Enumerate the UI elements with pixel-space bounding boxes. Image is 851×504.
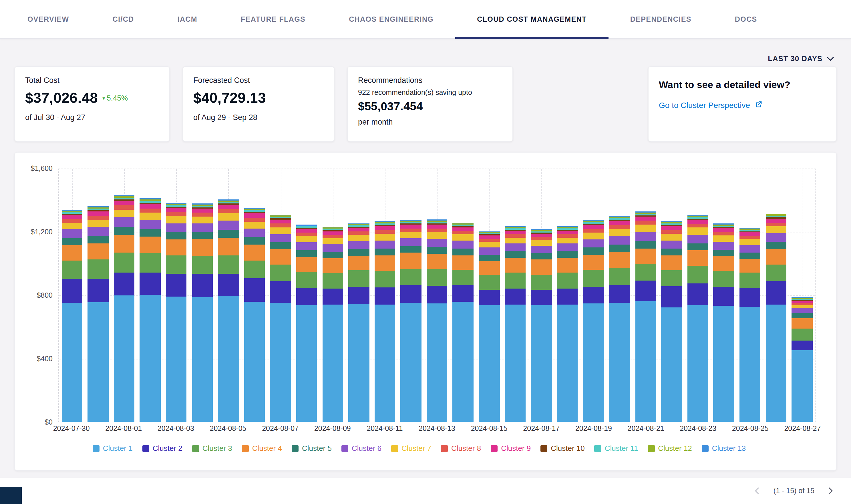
bar-segment-cluster-6[interactable]: [479, 248, 500, 255]
bar-segment-cluster-2[interactable]: [114, 272, 135, 295]
bar-segment-cluster-4[interactable]: [192, 239, 213, 256]
bar-segment-cluster-3[interactable]: [192, 256, 213, 274]
bar-segment-cluster-5[interactable]: [688, 243, 708, 251]
bar-segment-cluster-1[interactable]: [609, 303, 630, 422]
legend-item-cluster-1[interactable]: Cluster 1: [93, 444, 133, 453]
bar-segment-cluster-8[interactable]: [740, 236, 760, 239]
bar-segment-cluster-7[interactable]: [688, 228, 708, 235]
bar-segment-cluster-6[interactable]: [635, 232, 656, 241]
bar-segment-cluster-1[interactable]: [87, 303, 108, 422]
bar-segment-cluster-2[interactable]: [479, 289, 500, 305]
bar-segment-cluster-6[interactable]: [765, 233, 786, 242]
bar-segment-cluster-2[interactable]: [427, 286, 448, 303]
bar-segment-cluster-3[interactable]: [609, 268, 630, 285]
bar-segment-cluster-5[interactable]: [765, 242, 786, 249]
bar-segment-cluster-3[interactable]: [583, 270, 604, 287]
tab-iacm[interactable]: IACM: [156, 0, 219, 38]
bar-segment-cluster-6[interactable]: [114, 217, 135, 227]
bar-segment-cluster-4[interactable]: [740, 259, 760, 273]
bar-segment-cluster-9[interactable]: [192, 209, 213, 213]
bar-segment-cluster-3[interactable]: [427, 269, 448, 286]
bar-segment-cluster-3[interactable]: [479, 275, 500, 289]
bar-segment-cluster-9[interactable]: [401, 224, 421, 228]
bar-segment-cluster-2[interactable]: [661, 286, 682, 307]
bar-segment-cluster-5[interactable]: [531, 253, 552, 259]
bar-segment-cluster-8[interactable]: [713, 232, 734, 235]
bar-segment-cluster-1[interactable]: [583, 303, 604, 422]
bar-segment-cluster-3[interactable]: [505, 272, 525, 289]
bar-segment-cluster-3[interactable]: [792, 329, 812, 341]
bar-segment-cluster-8[interactable]: [531, 237, 552, 240]
bar-segment-cluster-2[interactable]: [62, 279, 82, 303]
bar-segment-cluster-8[interactable]: [348, 231, 369, 235]
bar-segment-cluster-7[interactable]: [322, 238, 343, 244]
bar-segment-cluster-4[interactable]: [713, 256, 734, 271]
bar-segment-cluster-4[interactable]: [505, 258, 525, 272]
bar-segment-cluster-4[interactable]: [270, 249, 291, 264]
legend-item-cluster-3[interactable]: Cluster 3: [192, 444, 232, 453]
bar-segment-cluster-2[interactable]: [792, 341, 812, 350]
bar-segment-cluster-4[interactable]: [765, 249, 786, 264]
bar-segment-cluster-7[interactable]: [348, 235, 369, 241]
bar-segment-cluster-8[interactable]: [218, 209, 239, 213]
stacked-bar[interactable]: [688, 215, 708, 422]
bar-segment-cluster-6[interactable]: [557, 244, 578, 251]
bar-segment-cluster-4[interactable]: [583, 255, 604, 270]
bar-segment-cluster-3[interactable]: [557, 272, 578, 289]
bar-segment-cluster-7[interactable]: [427, 232, 448, 238]
bar-segment-cluster-4[interactable]: [661, 255, 682, 270]
bar-segment-cluster-9[interactable]: [348, 228, 369, 231]
bar-segment-cluster-4[interactable]: [348, 256, 369, 271]
stacked-bar[interactable]: [114, 195, 135, 422]
bar-segment-cluster-2[interactable]: [322, 289, 343, 305]
bar-segment-cluster-8[interactable]: [765, 222, 786, 226]
bar-segment-cluster-8[interactable]: [427, 229, 448, 232]
bar-segment-cluster-2[interactable]: [401, 285, 421, 303]
bar-segment-cluster-8[interactable]: [661, 230, 682, 234]
bar-segment-cluster-9[interactable]: [114, 201, 135, 205]
bar-segment-cluster-6[interactable]: [218, 220, 239, 230]
bar-segment-cluster-5[interactable]: [427, 247, 448, 254]
bar-segment-cluster-3[interactable]: [374, 271, 395, 288]
bar-segment-cluster-4[interactable]: [322, 258, 343, 273]
bar-segment-cluster-5[interactable]: [792, 313, 812, 318]
bar-segment-cluster-2[interactable]: [218, 274, 239, 296]
stacked-bar[interactable]: [140, 198, 161, 422]
bar-segment-cluster-4[interactable]: [244, 245, 265, 261]
bar-segment-cluster-5[interactable]: [713, 249, 734, 256]
bar-segment-cluster-4[interactable]: [557, 258, 578, 272]
bar-segment-cluster-7[interactable]: [296, 236, 317, 242]
bar-segment-cluster-9[interactable]: [244, 213, 265, 217]
bar-segment-cluster-1[interactable]: [244, 302, 265, 422]
bar-segment-cluster-3[interactable]: [166, 255, 187, 274]
bar-segment-cluster-7[interactable]: [609, 229, 630, 236]
bar-segment-cluster-9[interactable]: [427, 224, 448, 228]
bar-segment-cluster-4[interactable]: [140, 237, 161, 253]
bar-segment-cluster-5[interactable]: [244, 237, 265, 245]
bar-segment-cluster-5[interactable]: [218, 230, 239, 238]
bar-segment-cluster-2[interactable]: [713, 287, 734, 306]
bar-segment-cluster-9[interactable]: [635, 217, 656, 221]
bar-segment-cluster-1[interactable]: [661, 307, 682, 422]
stacked-bar[interactable]: [505, 226, 525, 422]
bar-segment-cluster-9[interactable]: [453, 227, 473, 231]
legend-item-cluster-5[interactable]: Cluster 5: [292, 444, 332, 453]
bar-segment-cluster-1[interactable]: [427, 303, 448, 422]
bar-segment-cluster-3[interactable]: [87, 260, 108, 279]
bar-segment-cluster-4[interactable]: [609, 252, 630, 268]
stacked-bar[interactable]: [348, 223, 369, 422]
bar-segment-cluster-4[interactable]: [531, 259, 552, 274]
stacked-bar[interactable]: [322, 227, 343, 422]
legend-item-cluster-11[interactable]: Cluster 11: [594, 444, 638, 453]
bar-segment-cluster-7[interactable]: [192, 216, 213, 223]
bar-segment-cluster-8[interactable]: [296, 233, 317, 236]
bar-segment-cluster-5[interactable]: [348, 249, 369, 256]
tab-docs[interactable]: DOCS: [713, 0, 779, 38]
bar-segment-cluster-1[interactable]: [401, 303, 421, 422]
bar-segment-cluster-9[interactable]: [479, 235, 500, 239]
bar-segment-cluster-7[interactable]: [218, 213, 239, 221]
bar-segment-cluster-3[interactable]: [62, 260, 82, 279]
bar-segment-cluster-2[interactable]: [635, 281, 656, 301]
stacked-bar[interactable]: [609, 216, 630, 422]
bar-segment-cluster-8[interactable]: [688, 224, 708, 228]
